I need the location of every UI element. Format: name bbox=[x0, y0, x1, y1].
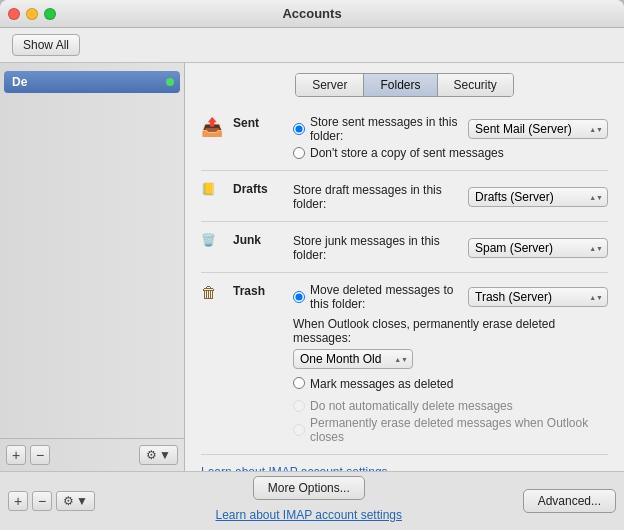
junk-label: Junk bbox=[233, 232, 285, 247]
imap-learn-link-main[interactable]: Learn about IMAP account settings bbox=[201, 461, 388, 471]
bottom-bar-left: + − ⚙ ▼ bbox=[8, 491, 95, 511]
bottom-bar: + − ⚙ ▼ More Options... Learn about IMAP… bbox=[0, 471, 624, 530]
show-all-button[interactable]: Show All bbox=[12, 34, 80, 56]
maximize-button[interactable] bbox=[44, 8, 56, 20]
bottom-bar-center: More Options... Learn about IMAP account… bbox=[95, 476, 523, 526]
trash-icon: 🗑 bbox=[201, 284, 225, 304]
minimize-button[interactable] bbox=[26, 8, 38, 20]
trash-sub-option2-text: Permanently erase deleted messages when … bbox=[310, 416, 608, 444]
trash-sub-options: Do not automatically delete messages Per… bbox=[293, 399, 608, 444]
drafts-row: 📒 Drafts Store draft messages in this fo… bbox=[201, 171, 608, 222]
sent-option1-radio[interactable] bbox=[293, 123, 305, 135]
trash-folder-select[interactable]: Trash (Server) Deleted Items Trash bbox=[468, 287, 608, 307]
title-bar: Accounts bbox=[0, 0, 624, 28]
drafts-dropdown-wrapper: Drafts (Server) Drafts bbox=[468, 187, 608, 207]
right-panel: Server Folders Security 📤 Sent bbox=[185, 63, 624, 471]
tabs-container: Server Folders Security bbox=[185, 63, 624, 97]
tabs: Server Folders Security bbox=[295, 73, 514, 97]
trash-sub-option1-row: Do not automatically delete messages bbox=[293, 399, 608, 413]
gear-button[interactable]: ⚙ ▼ bbox=[139, 445, 178, 465]
tab-security[interactable]: Security bbox=[438, 74, 513, 96]
bottom-gear-icon: ⚙ bbox=[63, 494, 74, 508]
sent-label: Sent bbox=[233, 115, 285, 130]
drafts-description: Store draft messages in this folder: bbox=[293, 183, 460, 211]
trash-option2-text: Mark messages as deleted bbox=[310, 377, 453, 391]
sent-options: Store sent messages in this folder: Sent… bbox=[293, 115, 608, 160]
drafts-dropdown-area: Store draft messages in this folder: Dra… bbox=[293, 183, 608, 211]
drafts-icon: 📒 bbox=[201, 182, 225, 202]
junk-folder-select[interactable]: Spam (Server) Junk Spam bbox=[468, 238, 608, 258]
sent-icon: 📤 bbox=[201, 116, 225, 136]
trash-option1-row: Move deleted messages to this folder: Tr… bbox=[293, 283, 608, 311]
junk-dropdown-area: Store junk messages in this folder: Spam… bbox=[293, 234, 608, 262]
sent-dropdown-wrapper: Sent Mail (Server) Sent Items Sent bbox=[468, 119, 608, 139]
drafts-label: Drafts bbox=[233, 181, 285, 196]
bottom-gear-arrow-icon: ▼ bbox=[76, 494, 88, 508]
trash-option2-row: Mark messages as deleted bbox=[293, 377, 608, 391]
add-account-button[interactable]: + bbox=[6, 445, 26, 465]
junk-content: Store junk messages in this folder: Spam… bbox=[293, 232, 608, 262]
content-area: De + − ⚙ ▼ Server bbox=[0, 63, 624, 471]
junk-dropdown-wrapper: Spam (Server) Junk Spam bbox=[468, 238, 608, 258]
bottom-remove-button[interactable]: − bbox=[32, 491, 52, 511]
trash-content: Move deleted messages to this folder: Tr… bbox=[293, 283, 608, 444]
toolbar: Show All bbox=[0, 28, 624, 63]
sent-option2-row: Don't store a copy of sent messages bbox=[293, 146, 608, 160]
sent-row: 📤 Sent Store sent messages in this folde… bbox=[201, 105, 608, 171]
junk-description: Store junk messages in this folder: bbox=[293, 234, 460, 262]
trash-sub-content: Move deleted messages to this folder: Tr… bbox=[293, 283, 608, 444]
trash-label: Trash bbox=[233, 283, 285, 298]
tab-folders[interactable]: Folders bbox=[364, 74, 437, 96]
sidebar-account-label: De bbox=[12, 75, 27, 89]
drafts-content: Store draft messages in this folder: Dra… bbox=[293, 181, 608, 211]
sidebar-footer: + − ⚙ ▼ bbox=[0, 438, 184, 471]
trash-sub-option1-radio[interactable] bbox=[293, 400, 305, 412]
trash-option1-text: Move deleted messages to this folder: bbox=[310, 283, 463, 311]
junk-icon: 🗑️ bbox=[201, 233, 225, 253]
close-button[interactable] bbox=[8, 8, 20, 20]
tab-server[interactable]: Server bbox=[296, 74, 364, 96]
learn-link-area: Learn about IMAP account settings bbox=[201, 455, 608, 471]
window-title: Accounts bbox=[282, 6, 341, 21]
trash-erase-label: When Outlook closes, permanently erase d… bbox=[293, 317, 608, 345]
sent-option2-text: Don't store a copy of sent messages bbox=[310, 146, 504, 160]
sent-content: Store sent messages in this folder: Sent… bbox=[293, 115, 608, 160]
account-status-dot bbox=[166, 78, 174, 86]
trash-sub-option2-row: Permanently erase deleted messages when … bbox=[293, 416, 608, 444]
trash-dropdown-wrapper: Trash (Server) Deleted Items Trash bbox=[468, 287, 608, 307]
remove-account-button[interactable]: − bbox=[30, 445, 50, 465]
sidebar-account-item[interactable]: De bbox=[4, 71, 180, 93]
trash-sub-option2-radio[interactable] bbox=[293, 424, 305, 436]
junk-row: 🗑️ Junk Store junk messages in this fold… bbox=[201, 222, 608, 273]
trash-erase-dropdown-wrapper: One Month Old One Week Old One Day Old I… bbox=[293, 349, 608, 369]
gear-dropdown-arrow: ▼ bbox=[159, 448, 171, 462]
trash-option1-radio[interactable] bbox=[293, 291, 305, 303]
folder-panel: 📤 Sent Store sent messages in this folde… bbox=[185, 97, 624, 471]
gear-icon: ⚙ bbox=[146, 448, 157, 462]
advanced-button[interactable]: Advanced... bbox=[523, 489, 616, 513]
sent-folder-select[interactable]: Sent Mail (Server) Sent Items Sent bbox=[468, 119, 608, 139]
trash-row: 🗑 Trash Move deleted messages to this fo… bbox=[201, 273, 608, 455]
sidebar: De + − ⚙ ▼ bbox=[0, 63, 185, 471]
trash-sub-option1-text: Do not automatically delete messages bbox=[310, 399, 513, 413]
sidebar-footer-actions: + − bbox=[6, 445, 50, 465]
bottom-bar-right: Advanced... bbox=[523, 489, 616, 513]
imap-learn-link-bottom[interactable]: Learn about IMAP account settings bbox=[215, 504, 402, 526]
more-options-button[interactable]: More Options... bbox=[253, 476, 365, 500]
traffic-lights bbox=[8, 8, 56, 20]
trash-erase-select[interactable]: One Month Old One Week Old One Day Old I… bbox=[293, 349, 413, 369]
sent-option1-row: Store sent messages in this folder: Sent… bbox=[293, 115, 608, 143]
sent-option1-text: Store sent messages in this folder: bbox=[310, 115, 463, 143]
bottom-gear-button[interactable]: ⚙ ▼ bbox=[56, 491, 95, 511]
sent-option2-radio[interactable] bbox=[293, 147, 305, 159]
bottom-add-button[interactable]: + bbox=[8, 491, 28, 511]
trash-option2-radio[interactable] bbox=[293, 377, 305, 389]
drafts-folder-select[interactable]: Drafts (Server) Drafts bbox=[468, 187, 608, 207]
